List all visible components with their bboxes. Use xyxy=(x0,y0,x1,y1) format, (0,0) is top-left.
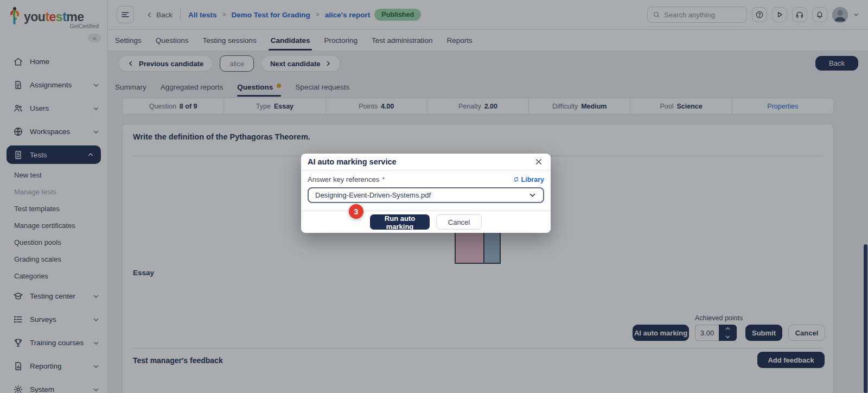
modal-footer: 3 Run auto marking Cancel xyxy=(301,211,551,233)
close-button[interactable] xyxy=(534,157,543,166)
modal-title: AI auto marking service xyxy=(308,157,397,166)
modal-cancel-button[interactable]: Cancel xyxy=(436,214,482,230)
required-asterisk: * xyxy=(382,175,385,183)
answer-key-selected-value: Designing-Event-Driven-Systems.pdf xyxy=(315,191,431,199)
tutorial-step-badge: 3 xyxy=(349,204,363,219)
library-label: Library xyxy=(521,176,544,183)
answer-key-select[interactable]: Designing-Event-Driven-Systems.pdf xyxy=(308,187,544,203)
answer-key-label: Answer key references xyxy=(308,175,379,183)
library-link[interactable]: Library xyxy=(513,176,544,183)
app-window: youtestme GetCertified « HomeAssignments… xyxy=(0,0,868,393)
close-icon xyxy=(534,157,543,166)
ai-auto-marking-modal: AI auto marking service Answer key refer… xyxy=(301,154,551,233)
chevron-down-icon xyxy=(528,191,537,199)
run-auto-marking-button[interactable]: Run auto marking xyxy=(370,214,430,230)
refresh-icon xyxy=(513,176,519,182)
